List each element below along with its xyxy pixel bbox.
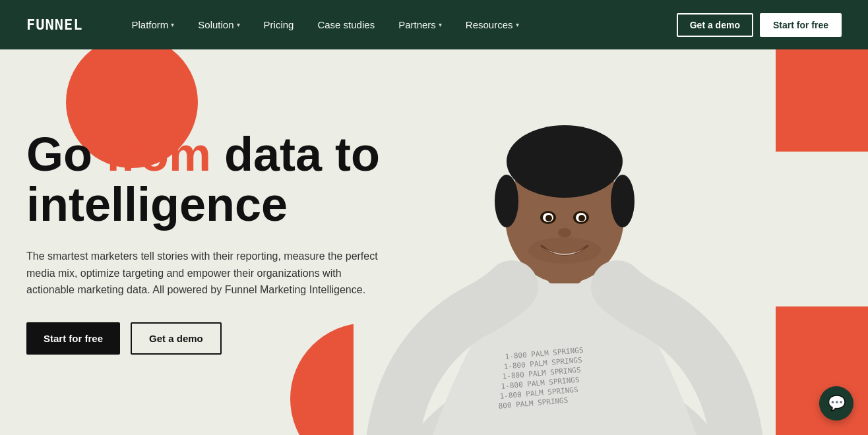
logo[interactable]: FUNNEL: [26, 16, 82, 33]
hero-get-demo-button[interactable]: Get a demo: [131, 322, 222, 355]
nav-item-case-studies[interactable]: Case studies: [308, 14, 384, 36]
nav-item-partners[interactable]: Partners ▾: [389, 14, 451, 36]
hero-buttons: Start for free Get a demo: [26, 322, 389, 355]
hero-title: Go from data to intelligence: [26, 130, 389, 229]
hero-title-highlight: from: [106, 128, 211, 181]
nav-links: Platform ▾ Solution ▾ Pricing Case studi…: [122, 14, 676, 36]
chat-icon: 💬: [828, 395, 846, 412]
chevron-down-icon: ▾: [439, 21, 442, 28]
svg-point-4: [507, 125, 623, 198]
svg-point-6: [611, 175, 635, 227]
svg-point-12: [578, 215, 585, 221]
svg-point-5: [495, 175, 518, 227]
hero-person-image: 1-800 PALM SPRINGS 1-800 PALM SPRINGS 1-…: [354, 49, 776, 435]
hero-section: 1-800 PALM SPRINGS 1-800 PALM SPRINGS 1-…: [0, 49, 868, 435]
svg-point-14: [528, 237, 601, 264]
hero-start-free-button[interactable]: Start for free: [26, 322, 120, 355]
nav-get-demo-button[interactable]: Get a demo: [677, 13, 753, 37]
chevron-down-icon: ▾: [237, 21, 240, 28]
svg-point-13: [558, 228, 571, 237]
nav-item-pricing[interactable]: Pricing: [255, 14, 303, 36]
hero-content: Go from data to intelligence The smartes…: [0, 130, 389, 355]
chevron-down-icon: ▾: [516, 21, 519, 28]
nav-item-solution[interactable]: Solution ▾: [189, 14, 249, 36]
navigation: FUNNEL Platform ▾ Solution ▾ Pricing Cas…: [0, 0, 868, 49]
nav-start-free-button[interactable]: Start for free: [760, 13, 842, 37]
chat-bubble-button[interactable]: 💬: [819, 386, 853, 420]
hero-subtitle: The smartest marketers tell stories with…: [26, 248, 389, 299]
svg-point-11: [545, 215, 552, 221]
nav-buttons: Get a demo Start for free: [677, 13, 842, 37]
nav-item-platform[interactable]: Platform ▾: [122, 14, 183, 36]
nav-item-resources[interactable]: Resources ▾: [456, 14, 528, 36]
chevron-down-icon: ▾: [171, 21, 174, 28]
